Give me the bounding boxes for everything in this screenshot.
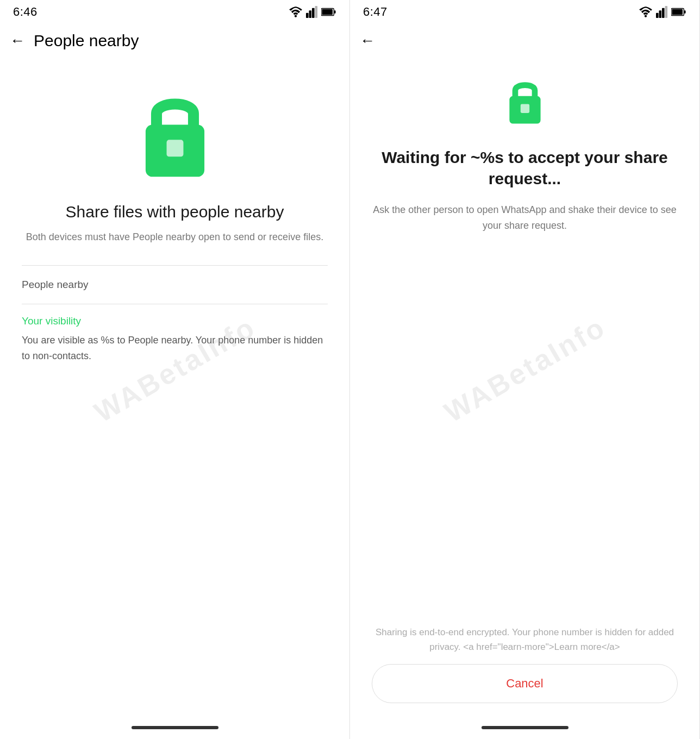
waiting-sub-text: Ask the other person to open WhatsApp an… [372,202,678,234]
lock-icon-large [129,87,221,181]
screen-title-left: People nearby [34,32,139,50]
status-time-right: 6:47 [363,5,388,19]
status-time-left: 6:46 [13,5,38,19]
home-bar-right [482,726,568,729]
battery-icon-right [671,7,686,17]
screen-content-left: Share files with people nearby Both devi… [0,60,349,719]
signal-icon-right [656,6,668,18]
svg-rect-14 [684,10,686,14]
home-indicator-left [0,719,349,739]
section-label-people-nearby: People nearby [22,271,328,298]
svg-rect-0 [306,13,309,18]
bottom-section-right: Sharing is end-to-end encrypted. Your ph… [350,619,699,719]
signal-icon-left [306,6,318,18]
status-bar-right: 6:47 [350,0,699,22]
wifi-icon-right [639,6,653,18]
wifi-icon-left [289,6,303,18]
home-indicator-right [350,719,699,739]
waiting-content: Waiting for ~%s to accept your share req… [350,60,699,619]
back-button-right[interactable]: ← [360,32,375,49]
divider-2-left [22,304,328,304]
lock-svg-small [501,76,549,125]
lock-icon-small [501,76,549,127]
svg-rect-5 [334,10,336,14]
status-bar-left: 6:46 [0,0,349,22]
home-bar-left [132,726,218,729]
left-screen: WABetaInfo 6:46 ← People n [0,0,350,739]
sub-text-left: Both devices must have People nearby ope… [26,230,323,245]
back-button-left[interactable]: ← [10,32,25,49]
waiting-heading: Waiting for ~%s to accept your share req… [372,147,678,189]
svg-rect-6 [322,9,333,15]
status-icons-left [289,6,336,18]
svg-rect-12 [665,6,668,18]
main-heading-left: Share files with people nearby [66,201,284,222]
visibility-text: You are visible as %s to People nearby. … [22,330,328,364]
divider-1-left [22,265,328,266]
encrypted-text: Sharing is end-to-end encrypted. Your ph… [372,625,678,654]
svg-rect-10 [659,10,662,18]
top-bar-left: ← People nearby [0,22,349,60]
svg-rect-15 [672,9,683,15]
top-bar-right: ← [350,22,699,60]
visibility-heading: Your visibility [22,310,328,330]
svg-rect-8 [166,140,183,156]
svg-rect-9 [656,13,659,18]
lock-svg-large [129,87,221,179]
cancel-button[interactable]: Cancel [372,664,678,703]
right-screen: WABetaInfo 6:47 ← [350,0,700,739]
status-icons-right [639,6,686,18]
svg-rect-2 [312,8,315,18]
svg-rect-1 [309,10,312,18]
svg-rect-11 [662,8,665,18]
battery-icon-left [321,7,336,17]
svg-rect-17 [520,104,529,113]
svg-rect-3 [315,6,318,18]
